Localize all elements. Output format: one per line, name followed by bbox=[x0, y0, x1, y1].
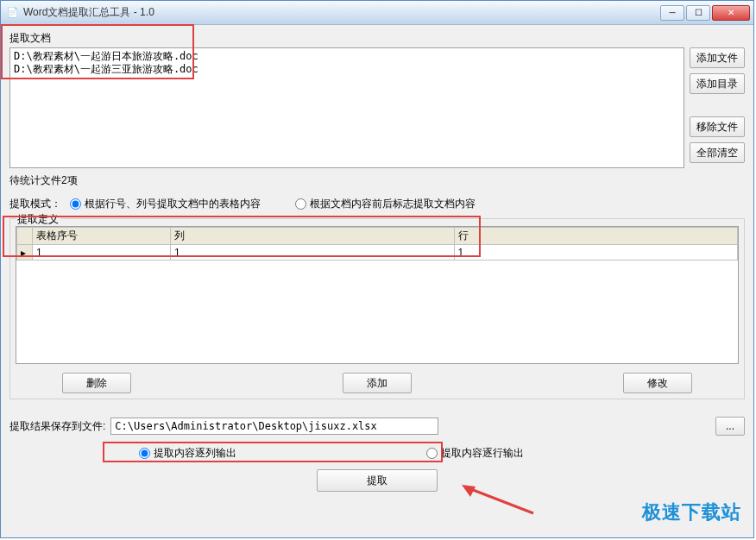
output-row: 提取内容逐列输出 提取内容逐行输出 bbox=[139, 446, 745, 461]
mode-option-by-marker[interactable]: 根据文档内容前后标志提取文档内容 bbox=[295, 197, 476, 211]
output-by-col[interactable]: 提取内容逐列输出 bbox=[139, 446, 236, 461]
definition-label: 提取定义 bbox=[16, 212, 60, 227]
side-buttons: 添加文件 添加目录 移除文件 全部清空 bbox=[690, 47, 745, 168]
output-radio-col[interactable] bbox=[139, 448, 150, 459]
mode-radio-2[interactable] bbox=[295, 198, 306, 210]
row-selector-header bbox=[17, 228, 33, 245]
definition-panel: 提取定义 表格序号 列 行 ▸ 1 bbox=[9, 218, 745, 399]
minimize-button[interactable]: ─ bbox=[660, 5, 684, 21]
mode-radio-1[interactable] bbox=[70, 198, 81, 210]
output-radio-row[interactable] bbox=[426, 448, 438, 459]
extract-row: 提取 bbox=[9, 469, 745, 492]
mode-option-by-index[interactable]: 根据行号、列号提取文档中的表格内容 bbox=[70, 197, 261, 211]
file-list[interactable]: D:\教程素材\一起游日本旅游攻略.doc D:\教程素材\一起游三亚旅游攻略.… bbox=[9, 47, 684, 168]
watermark-text: 极速下载站 bbox=[642, 499, 741, 525]
file-panel: D:\教程素材\一起游日本旅游攻略.doc D:\教程素材\一起游三亚旅游攻略.… bbox=[9, 47, 745, 168]
table-row[interactable]: ▸ 1 1 1 bbox=[17, 245, 738, 261]
maximize-button[interactable]: ☐ bbox=[686, 5, 710, 21]
file-section-label: 提取文档 bbox=[9, 31, 745, 46]
svg-line-0 bbox=[469, 488, 533, 513]
cell-col[interactable]: 1 bbox=[171, 245, 455, 261]
modify-button[interactable]: 修改 bbox=[623, 373, 692, 393]
mode-row: 提取模式： 根据行号、列号提取文档中的表格内容 根据文档内容前后标志提取文档内容 bbox=[9, 197, 745, 211]
add-file-button[interactable]: 添加文件 bbox=[690, 47, 745, 68]
mode-label: 提取模式： bbox=[9, 197, 61, 211]
app-window: 📄 Word文档提取汇总工具 - 1.0 ─ ☐ ✕ 提取文档 D:\教程素材\… bbox=[0, 0, 754, 538]
col-header-row[interactable]: 行 bbox=[454, 228, 738, 245]
col-header-tableindex[interactable]: 表格序号 bbox=[33, 228, 171, 245]
title-bar: 📄 Word文档提取汇总工具 - 1.0 ─ ☐ ✕ bbox=[1, 1, 753, 25]
list-item[interactable]: D:\教程素材\一起游三亚旅游攻略.doc bbox=[14, 63, 680, 76]
save-path-input[interactable] bbox=[110, 418, 438, 435]
col-header-col[interactable]: 列 bbox=[171, 228, 455, 245]
clear-all-button[interactable]: 全部清空 bbox=[690, 142, 745, 163]
cell-row[interactable]: 1 bbox=[454, 245, 738, 261]
file-count-status: 待统计文件2项 bbox=[9, 173, 745, 188]
definition-grid[interactable]: 表格序号 列 行 ▸ 1 1 1 bbox=[16, 226, 739, 364]
content-area: 提取文档 D:\教程素材\一起游日本旅游攻略.doc D:\教程素材\一起游三亚… bbox=[3, 26, 752, 536]
add-button[interactable]: 添加 bbox=[343, 373, 412, 393]
save-label: 提取结果保存到文件: bbox=[9, 419, 105, 434]
list-item[interactable]: D:\教程素材\一起游日本旅游攻略.doc bbox=[14, 50, 680, 63]
delete-button[interactable]: 删除 bbox=[62, 373, 131, 393]
save-row: 提取结果保存到文件: ... bbox=[9, 417, 745, 436]
output-by-row[interactable]: 提取内容逐行输出 bbox=[426, 446, 524, 461]
window-controls: ─ ☐ ✕ bbox=[660, 5, 753, 21]
close-button[interactable]: ✕ bbox=[712, 5, 750, 21]
grid-buttons: 删除 添加 修改 bbox=[62, 373, 692, 393]
add-dir-button[interactable]: 添加目录 bbox=[690, 73, 745, 94]
row-selector-icon[interactable]: ▸ bbox=[17, 245, 33, 261]
cell-tableindex[interactable]: 1 bbox=[33, 245, 171, 261]
window-title: Word文档提取汇总工具 - 1.0 bbox=[23, 5, 660, 20]
extract-button[interactable]: 提取 bbox=[317, 469, 438, 492]
remove-file-button[interactable]: 移除文件 bbox=[690, 116, 745, 137]
app-icon: 📄 bbox=[6, 6, 20, 20]
browse-button[interactable]: ... bbox=[715, 417, 745, 436]
